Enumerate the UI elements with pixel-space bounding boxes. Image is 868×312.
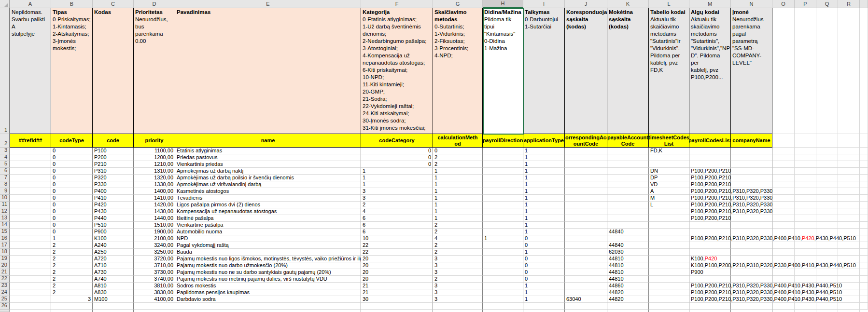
column-header-I[interactable]: I	[523, 0, 565, 8]
cell-E14[interactable]: Vienkartinė pašalpa	[175, 222, 361, 229]
cell-M7[interactable]: P100,P200,P210	[689, 175, 731, 181]
cell-partial-16[interactable]	[860, 235, 868, 242]
row-header-18[interactable]: 18	[0, 249, 10, 256]
cell-Q9[interactable]	[816, 188, 838, 195]
cell-P14[interactable]	[795, 222, 816, 229]
cell-F3[interactable]: 0	[361, 148, 433, 154]
cell-I17[interactable]: 0	[523, 242, 565, 249]
cell-L17[interactable]	[649, 242, 689, 249]
cell-F2[interactable]: codeCategory	[361, 134, 433, 148]
cell-B22[interactable]: 2	[51, 276, 93, 283]
cell-J20[interactable]	[565, 262, 607, 269]
cell-B18[interactable]: 2	[51, 249, 93, 256]
cell-F14[interactable]: 6	[361, 222, 433, 229]
cell-partial-25[interactable]	[860, 296, 868, 303]
cell-L24[interactable]	[649, 289, 689, 296]
cell-Q22[interactable]	[816, 276, 838, 283]
cell-L7[interactable]: DP	[649, 175, 689, 181]
row-header-8[interactable]: 8	[0, 181, 10, 188]
row-header-25[interactable]: 25	[0, 296, 10, 303]
cell-O17[interactable]	[772, 242, 795, 249]
cell-E21[interactable]: Pajamų mokestis nuo ne su darbo santykia…	[175, 269, 361, 276]
cell-H17[interactable]	[483, 242, 523, 249]
cell-P19[interactable]	[795, 256, 816, 262]
cell-G24[interactable]: 3	[433, 289, 483, 296]
cell-I14[interactable]: 1	[523, 222, 565, 229]
cell-F18[interactable]: 22	[361, 249, 433, 256]
cell-E18[interactable]: Bauda	[175, 249, 361, 256]
cell-L26[interactable]	[649, 303, 689, 310]
cell-A5[interactable]	[10, 161, 51, 168]
cell-C19[interactable]: A720	[93, 256, 134, 262]
cell-J4[interactable]	[565, 154, 607, 161]
cell-G8[interactable]: 1	[433, 181, 483, 188]
cell-L11[interactable]: L	[649, 202, 689, 208]
cell-F5[interactable]: 0	[361, 161, 433, 168]
cell-H12[interactable]	[483, 208, 523, 215]
cell-D18[interactable]: 3250,00	[134, 249, 175, 256]
column-header-D[interactable]: D	[134, 0, 175, 8]
cell-R22[interactable]	[838, 276, 860, 283]
cell-F23[interactable]: 21	[361, 283, 433, 289]
cell-N15[interactable]	[731, 229, 772, 235]
cell-O13[interactable]	[772, 215, 795, 222]
cell-K25[interactable]: 44820	[607, 296, 649, 303]
cell-partial-24[interactable]	[860, 289, 868, 296]
cell-J3[interactable]	[565, 148, 607, 154]
cell-B5[interactable]: 0	[51, 161, 93, 168]
cell-D3[interactable]: 1100,00	[134, 148, 175, 154]
cell-D11[interactable]: 1420,00	[134, 202, 175, 208]
column-header-L[interactable]: L	[649, 0, 689, 8]
cell-E23[interactable]: Sodros mokestis	[175, 283, 361, 289]
row-header-21[interactable]: 21	[0, 269, 10, 276]
cell-H11[interactable]	[483, 202, 523, 208]
cell-D14[interactable]: 1510,00	[134, 222, 175, 229]
cell-R5[interactable]	[838, 161, 860, 168]
cell-A1[interactable]: Nepildomas. Svarbu palikti A stulpelyje	[10, 8, 51, 134]
cell-R10[interactable]	[838, 195, 860, 202]
cell-partial-12[interactable]	[860, 208, 868, 215]
cell-H15[interactable]	[483, 229, 523, 235]
cell-M8[interactable]: P100,P200,P210	[689, 181, 731, 188]
cell-partial-1[interactable]	[860, 8, 868, 134]
cell-C23[interactable]: A810	[93, 283, 134, 289]
cell-H5[interactable]	[483, 161, 523, 168]
cell-M18[interactable]	[689, 249, 731, 256]
cell-C12[interactable]: P430	[93, 208, 134, 215]
cell-F11[interactable]: 2	[361, 202, 433, 208]
cell-E5[interactable]: Vienkartinis priedas	[175, 161, 361, 168]
row-header-11[interactable]: 11	[0, 202, 10, 208]
cell-B16[interactable]: 1	[51, 235, 93, 242]
cell-F24[interactable]: 21	[361, 289, 433, 296]
cell-I22[interactable]: 0	[523, 276, 565, 283]
cell-partial-8[interactable]	[860, 181, 868, 188]
cell-I6[interactable]: 1	[523, 168, 565, 175]
cell-Q17[interactable]	[816, 242, 838, 249]
cell-D12[interactable]: 1430,00	[134, 208, 175, 215]
cell-C16[interactable]: K100	[93, 235, 134, 242]
cell-C11[interactable]: P420	[93, 202, 134, 208]
cell-E2[interactable]: name	[175, 134, 361, 148]
cell-J19[interactable]	[565, 256, 607, 262]
cell-F22[interactable]: 20	[361, 276, 433, 283]
row-header-4[interactable]: 4	[0, 154, 10, 161]
cell-A2[interactable]: ##refId##	[10, 134, 51, 148]
row-header-3[interactable]: 3	[0, 148, 10, 154]
column-header-F[interactable]: F	[361, 0, 433, 8]
cell-H24[interactable]	[483, 289, 523, 296]
cell-R17[interactable]	[838, 242, 860, 249]
cell-Q12[interactable]	[816, 208, 838, 215]
cell-D17[interactable]: 3240,00	[134, 242, 175, 249]
cell-J16[interactable]	[565, 235, 607, 242]
cell-N18[interactable]	[731, 249, 772, 256]
cell-I2[interactable]: applicationType	[523, 134, 565, 148]
cell-F10[interactable]: 3	[361, 195, 433, 202]
cell-R4[interactable]	[838, 154, 860, 161]
column-header-A[interactable]: A	[10, 0, 51, 8]
cell-C26[interactable]	[93, 303, 134, 310]
cell-D27[interactable]	[134, 310, 175, 312]
cell-M3[interactable]	[689, 148, 731, 154]
cell-B12[interactable]: 0	[51, 208, 93, 215]
cell-H7[interactable]	[483, 175, 523, 181]
cell-I26[interactable]	[523, 303, 565, 310]
